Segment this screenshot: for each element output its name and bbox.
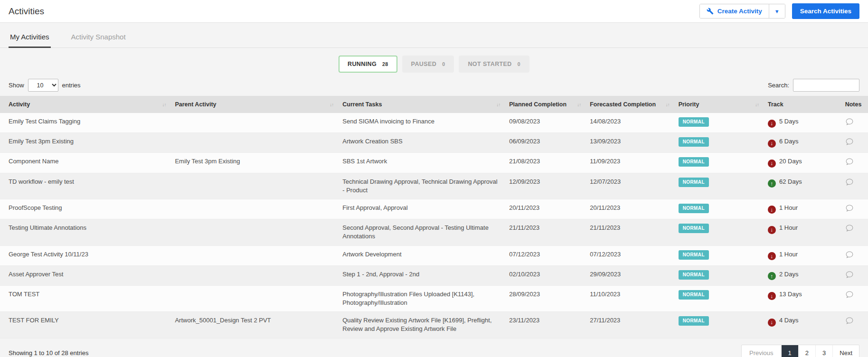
create-activity-dropdown-button[interactable]: ▼ [769,4,785,18]
table-row[interactable]: George Test Activity 10/11/23Artwork Dev… [0,245,868,265]
column-header-planned-completion[interactable]: Planned Completion↓↑ [503,96,584,113]
forecasted-completion-date: 12/07/2023 [590,178,621,185]
sort-arrows-icon[interactable]: ↓↑ [330,102,333,107]
planned-completion-date: 21/08/2023 [509,158,540,165]
status-tab-paused[interactable]: PAUSED 0 [402,56,454,73]
topbar-actions: Create Activity ▼ Search Activities [699,3,859,19]
activity-name: Component Name [9,158,59,165]
activity-name: ProofScope Testing [9,204,62,211]
planned-completion-date: 28/09/2023 [509,291,540,298]
priority-badge: NORMAL [679,157,709,167]
activities-table: Activity↓↑ Parent Activity↓↑ Current Tas… [0,96,868,338]
forecasted-completion-date: 14/08/2023 [590,118,621,125]
search-input[interactable] [793,79,859,92]
chat-bubble-icon[interactable] [845,250,854,259]
tab-activity-snapshot[interactable]: Activity Snapshot [70,28,127,47]
sort-arrows-icon[interactable]: ↓↑ [162,102,166,107]
chat-bubble-icon[interactable] [845,204,854,212]
planned-completion-date: 06/09/2023 [509,138,540,145]
arrow-circle-down-icon: ↓ [768,120,776,128]
priority-badge: NORMAL [679,204,709,213]
status-tab-label: PAUSED [411,61,437,67]
activity-name: Testing Ultimate Annotations [9,224,86,231]
current-tasks: Quality Review Existing Artwork File [K1… [342,317,491,332]
chat-bubble-icon[interactable] [845,290,854,299]
table-controls: Show 10 entries Search: [0,73,868,96]
status-tab-count: 0 [442,61,445,67]
entries-label: entries [62,82,81,89]
sort-arrows-icon[interactable]: ↓↑ [577,102,581,107]
chat-bubble-icon[interactable] [845,316,854,325]
priority-badge: NORMAL [679,137,709,147]
track-label: 4 Days [779,317,798,324]
chat-bubble-icon[interactable] [845,270,854,279]
status-tab-not-started[interactable]: NOT STARTED 0 [459,56,529,73]
table-row[interactable]: Emily Test Claims TaggingSend SIGMA invo… [0,113,868,133]
planned-completion-date: 12/09/2023 [509,178,540,185]
pagination-page-2[interactable]: 2 [798,345,815,357]
page-title: Activities [9,6,44,17]
track-label: 1 Hour [779,224,798,231]
priority-badge: NORMAL [679,117,709,127]
table-row[interactable]: ProofScope TestingFirst Approval, Approv… [0,199,868,219]
column-header-current-tasks[interactable]: Current Tasks↓↑ [337,96,503,113]
table-row[interactable]: Testing Ultimate AnnotationsSecond Appro… [0,219,868,245]
chat-bubble-icon[interactable] [845,178,854,186]
search-activities-button[interactable]: Search Activities [792,3,859,19]
current-tasks: Artwork Creation SBS [342,138,402,145]
create-activity-label: Create Activity [717,8,762,15]
arrow-circle-down-icon: ↓ [768,252,776,260]
priority-badge: NORMAL [679,290,709,300]
arrow-circle-down-icon: ↓ [768,292,776,300]
current-tasks: First Approval, Approval [342,204,407,211]
table-row[interactable]: TEST FOR EMILYArtwork_50001_Design Test … [0,312,868,338]
pagination-page-1[interactable]: 1 [781,345,798,357]
sort-arrows-icon[interactable]: ↓↑ [666,102,670,107]
column-header-parent-activity[interactable]: Parent Activity↓↑ [169,96,337,113]
chat-bubble-icon[interactable] [845,224,854,232]
planned-completion-date: 09/08/2023 [509,118,540,125]
status-tab-running[interactable]: RUNNING 28 [339,56,397,73]
create-activity-button[interactable]: Create Activity [700,4,769,18]
column-header-forecasted-completion[interactable]: Forecasted Completion↓↑ [584,96,672,113]
current-tasks: Second Approval, Second Approval - Testi… [342,224,489,240]
page-size-select[interactable]: 10 [28,79,58,92]
planned-completion-date: 23/11/2023 [509,317,539,324]
column-header-notes: Notes [840,96,868,113]
caret-down-icon: ▼ [774,9,780,14]
activity-name: Asset Approver Test [9,271,63,278]
column-header-priority[interactable]: Priority↓↑ [673,96,762,113]
column-header-activity[interactable]: Activity↓↑ [0,96,169,113]
pagination-next[interactable]: Next [832,345,859,357]
entries-summary: Showing 1 to 10 of 28 entries [9,349,88,357]
current-tasks: Send SIGMA invoicing to Finance [342,118,434,125]
track-label: 62 Days [779,178,802,185]
table-row[interactable]: TD workflow - emily testTechnical Drawin… [0,173,868,199]
table-row[interactable]: Asset Approver TestStep 1 - 2nd, Approva… [0,265,868,285]
chat-bubble-icon[interactable] [845,117,854,126]
sort-arrows-icon[interactable]: ↓↑ [496,102,500,107]
table-row[interactable]: TOM TESTPhotography/Illustration Files U… [0,285,868,311]
track-label: 5 Days [779,118,798,125]
activity-name: George Test Activity 10/11/23 [9,251,88,258]
search-wrap: Search: [768,79,859,92]
table-row[interactable]: Emily Test 3pm ExistingArtwork Creation … [0,133,868,153]
activity-name: Emily Test Claims Tagging [9,118,80,125]
table-row[interactable]: Component NameEmily Test 3pm ExistingSBS… [0,153,868,173]
status-tab-label: RUNNING [348,61,377,67]
track-label: 1 Hour [779,204,798,211]
arrow-circle-up-icon: ↑ [768,272,776,280]
chat-bubble-icon[interactable] [845,137,854,146]
chat-bubble-icon[interactable] [845,157,854,166]
arrow-circle-down-icon: ↓ [768,160,776,168]
arrow-circle-down-icon: ↓ [768,140,776,148]
pagination-page-3[interactable]: 3 [815,345,832,357]
pagination-previous[interactable]: Previous [742,345,781,357]
forecasted-completion-date: 29/09/2023 [590,271,621,278]
track-label: 6 Days [779,138,798,145]
sort-arrows-icon[interactable]: ↓↑ [755,102,759,107]
forecasted-completion-date: 11/09/2023 [590,158,620,165]
planned-completion-date: 20/11/2023 [509,204,539,211]
tab-my-activities[interactable]: My Activities [9,28,51,48]
forecasted-completion-date: 27/11/2023 [590,317,620,324]
